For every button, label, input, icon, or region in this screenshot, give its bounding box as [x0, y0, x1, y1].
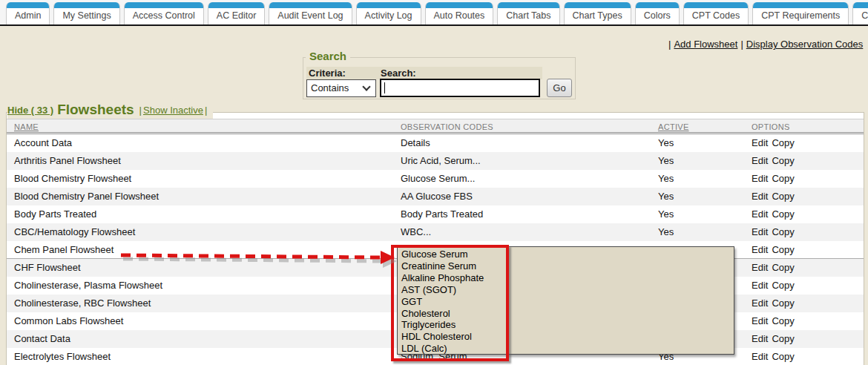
row-options: EditCopy — [752, 205, 795, 223]
tab-accent-bar — [753, 2, 848, 8]
row-observation-codes[interactable]: WBC... — [401, 223, 431, 241]
tab-admin[interactable]: Admin — [6, 2, 50, 24]
tab-chart-types[interactable]: Chart Types — [564, 2, 631, 24]
edit-link[interactable]: Edit — [752, 280, 768, 291]
copy-link[interactable]: Copy — [772, 280, 794, 291]
separator: | — [203, 105, 208, 116]
copy-link[interactable]: Copy — [772, 137, 794, 148]
copy-link[interactable]: Copy — [772, 297, 794, 309]
copy-link[interactable]: Copy — [772, 244, 794, 255]
tab-audit-event-log[interactable]: Audit Event Log — [269, 2, 352, 24]
separator: | — [138, 105, 143, 116]
search-input[interactable] — [380, 79, 540, 97]
table-row: Blood Chemistry Panel Flowsheet AA Gluco… — [7, 188, 864, 205]
edit-link[interactable]: Edit — [752, 173, 768, 184]
popup-code: AST (SGOT) — [401, 284, 734, 296]
tab-activity-log[interactable]: Activity Log — [356, 2, 421, 24]
row-options: EditCopy — [752, 152, 795, 170]
copy-link[interactable]: Copy — [772, 155, 794, 166]
row-options: EditCopy — [752, 295, 795, 312]
copy-link[interactable]: Copy — [772, 208, 794, 220]
link-separator: | — [737, 39, 746, 50]
hide-count-link[interactable]: Hide ( 33 ) — [7, 105, 53, 116]
popup-code: Triglycerides — [401, 319, 734, 331]
tab-chart-tabs[interactable]: Chart Tabs — [497, 2, 559, 24]
edit-link[interactable]: Edit — [752, 226, 768, 237]
tab-my-settings[interactable]: My Settings — [53, 2, 119, 24]
popup-code: GGT — [401, 296, 734, 308]
display-observation-codes-link[interactable]: Display Observation Codes — [746, 39, 864, 50]
tab-label: Chart Tabs — [498, 8, 559, 24]
criteria-selected-value: Contains — [311, 82, 349, 93]
popup-code: Alkaline Phosphate — [401, 272, 734, 284]
search-labels-strip: Criteria: Search: — [306, 67, 542, 79]
copy-link[interactable]: Copy — [772, 262, 794, 273]
edit-link[interactable]: Edit — [752, 333, 768, 344]
row-options: EditCopy — [752, 134, 795, 152]
tab-label: AC Editor — [208, 8, 265, 24]
criteria-select[interactable]: Contains — [306, 79, 376, 97]
link-separator: | — [665, 39, 674, 50]
tab-cpt-requirements[interactable]: CPT Requirements — [752, 2, 849, 24]
copy-link[interactable]: Copy — [772, 226, 794, 237]
col-header-active[interactable]: ACTIVE — [658, 122, 689, 131]
tab-accent-bar — [426, 2, 493, 8]
row-options: EditCopy — [752, 312, 795, 330]
copy-link[interactable]: Copy — [772, 333, 794, 344]
sort-name-link[interactable]: NAME — [14, 122, 39, 131]
tab-access-control[interactable]: Access Control — [124, 2, 204, 24]
col-header-name[interactable]: NAME — [14, 122, 39, 131]
row-name: Arthritis Panel Flowsheet — [14, 152, 121, 170]
tab-accent-bar — [208, 2, 265, 8]
tab-auto-routes[interactable]: Auto Routes — [425, 2, 494, 24]
row-options: EditCopy — [752, 259, 795, 277]
copy-link[interactable]: Copy — [772, 173, 794, 184]
sort-active-link[interactable]: ACTIVE — [658, 122, 689, 131]
row-active: Yes — [658, 188, 674, 205]
table-row: CBC/Hematology Flowsheet WBC... Yes Edit… — [7, 223, 864, 241]
copy-link[interactable]: Copy — [772, 315, 794, 326]
tab-accent-bar — [853, 2, 868, 8]
col-header-observation-codes: OBSERVATION CODES — [401, 122, 493, 131]
edit-link[interactable]: Edit — [752, 351, 768, 362]
row-observation-codes[interactable]: Glucose Serum... — [401, 170, 475, 188]
tab-accent-bar — [498, 2, 559, 8]
edit-link[interactable]: Edit — [752, 262, 768, 273]
row-observation-codes[interactable]: AA Glucose FBS — [401, 188, 473, 205]
edit-link[interactable]: Edit — [752, 191, 768, 202]
edit-link[interactable]: Edit — [752, 244, 768, 255]
table-row: Blood Chemistry Flowsheet Glucose Serum.… — [7, 170, 864, 188]
row-observation-codes[interactable]: Body Parts Treated — [401, 205, 483, 223]
show-inactive-link[interactable]: Show Inactive — [143, 105, 203, 116]
copy-link[interactable]: Copy — [772, 191, 794, 202]
flowsheets-section-head: Hide ( 33 )Flowsheets|Show Inactive| — [7, 102, 213, 119]
go-button[interactable]: Go — [547, 79, 572, 97]
tab-label: Chart Types — [565, 8, 631, 24]
tab-ac-editor[interactable]: AC Editor — [208, 2, 266, 24]
edit-link[interactable]: Edit — [752, 208, 768, 220]
add-flowsheet-link[interactable]: Add Flowsheet — [674, 39, 737, 50]
tab-custom-pharmacy[interactable]: Custom Pharmacy — [852, 2, 868, 24]
tab-label: Access Control — [125, 8, 203, 24]
tab-bar: Admin My Settings Access Control AC Edit… — [0, 0, 868, 24]
row-name: Blood Chemistry Panel Flowsheet — [14, 188, 159, 205]
table-row: Account Data Details Yes EditCopy — [7, 134, 864, 152]
edit-link[interactable]: Edit — [752, 155, 768, 166]
row-active: Yes — [658, 170, 674, 188]
tab-bar-divider — [0, 24, 868, 26]
tab-accent-bar — [125, 2, 203, 8]
edit-link[interactable]: Edit — [752, 297, 768, 309]
row-observation-codes[interactable]: Details — [401, 134, 430, 152]
row-observation-codes[interactable]: Uric Acid, Serum... — [401, 152, 481, 170]
tab-colors[interactable]: Colors — [635, 2, 680, 24]
row-name: Account Data — [14, 134, 72, 152]
copy-link[interactable]: Copy — [772, 351, 794, 362]
row-name: CHF Flowsheet — [14, 259, 81, 277]
edit-link[interactable]: Edit — [752, 315, 768, 326]
text-cursor — [384, 82, 385, 93]
edit-link[interactable]: Edit — [752, 137, 768, 148]
tab-accent-bar — [7, 2, 49, 8]
header-links: |Add Flowsheet|Display Observation Codes — [665, 39, 863, 50]
criteria-label: Criteria: — [309, 68, 346, 79]
tab-cpt-codes[interactable]: CPT Codes — [683, 2, 749, 24]
